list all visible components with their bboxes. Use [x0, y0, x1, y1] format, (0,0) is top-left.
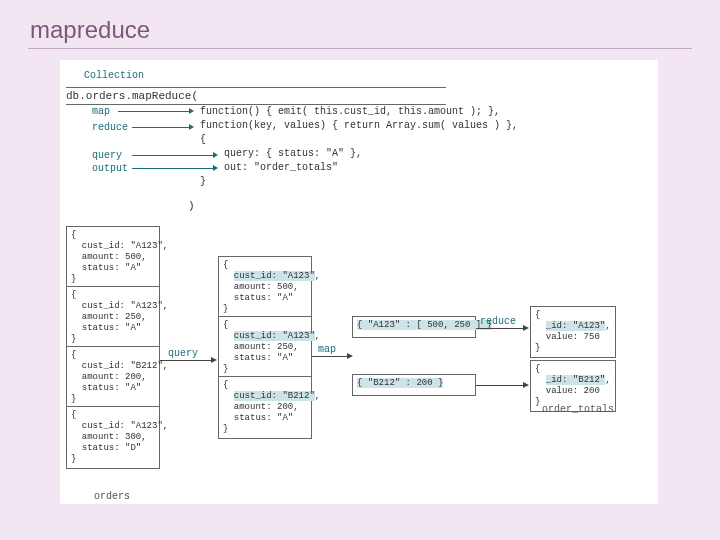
result-doc: { _id: "A123", value: 750 } — [530, 306, 616, 358]
filtered-doc: { cust_id: "A123", amount: 250, status: … — [218, 316, 312, 379]
close-paren: ) — [188, 200, 195, 212]
map-tag: map — [92, 106, 110, 117]
collection-label: Collection — [84, 70, 144, 81]
emit-pair: { "B212" : 200 } — [352, 374, 476, 396]
reduce-flow-label: reduce — [480, 316, 516, 327]
reduce-tag-arrow — [132, 127, 190, 128]
filtered-doc: { cust_id: "B212", amount: 200, status: … — [218, 376, 312, 439]
map-flow-arrow — [312, 356, 348, 357]
filtered-doc: { cust_id: "A123", amount: 500, status: … — [218, 256, 312, 319]
orders-doc: { cust_id: "A123", amount: 300, status: … — [66, 406, 160, 469]
map-tag-arrow — [118, 111, 190, 112]
orders-doc: { cust_id: "A123", amount: 250, status: … — [66, 286, 160, 349]
output-caption: order_totals — [542, 404, 614, 415]
orders-doc: { cust_id: "B212", amount: 200, status: … — [66, 346, 160, 409]
emit-pair: { "A123" : [ 500, 250 ] } — [352, 316, 476, 338]
query-flow-arrow — [160, 360, 212, 361]
output-tag: output — [92, 163, 128, 174]
page-title: mapreduce — [30, 16, 150, 44]
reduce-flow-arrow — [476, 385, 524, 386]
mapreduce-invoke: db.orders.mapReduce( — [66, 87, 446, 105]
orders-caption: orders — [94, 491, 130, 502]
orders-doc: { cust_id: "A123", amount: 500, status: … — [66, 226, 160, 289]
title-underline — [28, 48, 692, 49]
code-body: function() { emit( this.cust_id, this.am… — [200, 105, 518, 189]
map-flow-label: map — [318, 344, 336, 355]
query-tag: query — [92, 150, 122, 161]
reduce-tag: reduce — [92, 122, 128, 133]
reduce-flow-arrow — [476, 328, 524, 329]
diagram-panel: Collection db.orders.mapReduce( map redu… — [60, 60, 658, 504]
query-flow-label: query — [168, 348, 198, 359]
